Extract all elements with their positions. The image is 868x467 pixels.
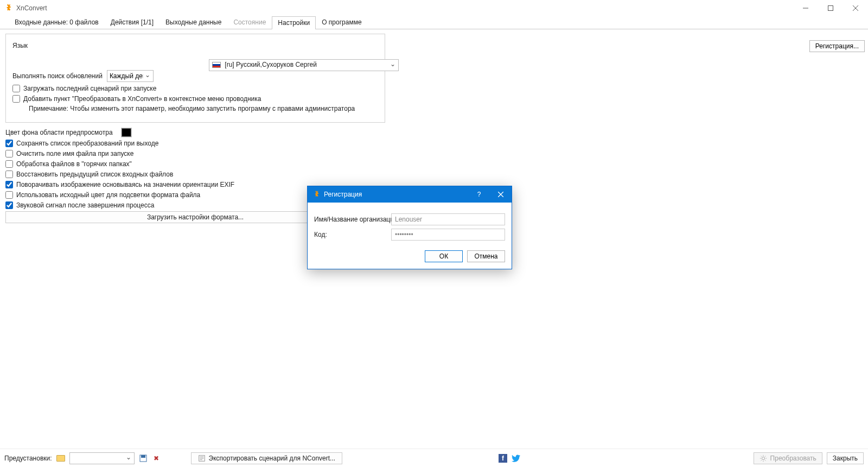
presets-select[interactable] [69, 452, 135, 464]
update-label: Выполнять поиск обновлений [12, 72, 103, 80]
beep-checkbox[interactable] [5, 201, 13, 209]
twitter-icon[interactable] [512, 454, 520, 463]
titlebar: XnConvert [0, 0, 868, 16]
clear-filename-label: Очистить поле имя файла при запуске [16, 149, 133, 157]
dialog-title: Регистрация [324, 191, 362, 198]
dialog-code-label: Код: [314, 231, 386, 238]
save-icon[interactable] [139, 454, 148, 463]
close-app-button[interactable]: Закрыть [827, 452, 864, 464]
facebook-icon[interactable]: f [499, 454, 507, 463]
rotate-exif-checkbox[interactable] [5, 181, 13, 188]
dialog-name-label: Имя/Название организации: [314, 216, 386, 223]
footer-bar: Предустановки: ✖ Экспортировать сценарий… [0, 449, 868, 467]
restore-inputs-label: Восстановить предыдущий список входных ф… [16, 170, 173, 178]
preview-bg-label: Цвет фона области предпросмотра [5, 129, 113, 136]
export-nconvert-label: Экспортировать сценарий для NConvert... [209, 455, 336, 462]
language-select[interactable]: ​ [209, 59, 399, 71]
rotate-exif-label: Поворачивать изображение основываясь на … [16, 180, 234, 188]
app-icon [3, 3, 13, 13]
restore-inputs-checkbox[interactable] [5, 171, 13, 178]
window-title: XnConvert [16, 4, 47, 12]
svg-rect-1 [141, 455, 145, 458]
maximize-button[interactable] [818, 0, 843, 16]
dialog-cancel-button[interactable]: Отмена [467, 250, 505, 262]
save-actions-exit-label: Сохранять список преобразований при выхо… [16, 139, 158, 147]
clear-filename-checkbox[interactable] [5, 150, 13, 157]
load-last-script-checkbox[interactable] [12, 85, 20, 92]
hot-folders-checkbox[interactable] [5, 160, 13, 168]
dialog-help-button[interactable]: ? [468, 186, 490, 203]
delete-icon[interactable]: ✖ [152, 454, 161, 463]
tab-strip: Входные данные: 0 файлов Действия [1/1] … [0, 16, 868, 29]
folder-icon[interactable] [56, 454, 65, 463]
gear-icon [760, 455, 767, 462]
update-frequency-select[interactable]: Каждый день [107, 70, 154, 82]
use-src-color-label: Использовать исходный цвет для подсветки… [16, 191, 200, 199]
tab-output[interactable]: Выходные данные [159, 16, 227, 29]
convert-button[interactable]: Преобразовать [754, 452, 822, 464]
beep-label: Звуковой сигнал после завершения процесс… [16, 201, 154, 209]
dialog-ok-button[interactable]: ОК [425, 250, 463, 262]
preview-bg-color-swatch[interactable] [122, 128, 131, 137]
dialog-app-icon [312, 190, 321, 199]
settings-group: Язык ​ [ru] Русский,Сухоруков Сергей Вып… [5, 34, 385, 123]
tab-settings[interactable]: Настройки [272, 16, 316, 29]
admin-note: Примечание: Чтобы изменить этот параметр… [29, 105, 355, 112]
dialog-close-button[interactable] [490, 186, 512, 203]
export-nconvert-button[interactable]: Экспортировать сценарий для NConvert... [191, 452, 343, 464]
convert-label: Преобразовать [770, 455, 816, 462]
close-app-label: Закрыть [833, 455, 858, 462]
add-context-menu-label: Добавить пункт "Преобразовать в XnConver… [23, 94, 261, 103]
load-last-script-label: Загружать последний сценарий при запуске [23, 84, 156, 92]
tab-status[interactable]: Состояние [227, 16, 272, 29]
organization-name-input[interactable] [391, 213, 505, 225]
script-icon [198, 455, 206, 462]
tab-actions[interactable]: Действия [1/1] [105, 16, 159, 29]
add-context-menu-checkbox[interactable] [12, 95, 20, 103]
registration-code-input[interactable] [391, 229, 505, 241]
language-label: Язык [12, 42, 28, 49]
minimize-button[interactable] [793, 0, 818, 16]
tab-about[interactable]: О программе [316, 16, 367, 29]
close-button[interactable] [843, 0, 868, 16]
registration-dialog: Регистрация ? Имя/Название организации: … [307, 186, 512, 269]
use-src-color-checkbox[interactable] [5, 191, 13, 199]
hot-folders-label: Обработка файлов в "горячих папках" [16, 160, 132, 168]
dialog-titlebar: Регистрация ? [308, 186, 512, 203]
svg-point-3 [762, 457, 764, 459]
tab-input[interactable]: Входные данные: 0 файлов [9, 16, 105, 29]
presets-label: Предустановки: [4, 455, 52, 462]
save-actions-exit-checkbox[interactable] [5, 140, 13, 147]
